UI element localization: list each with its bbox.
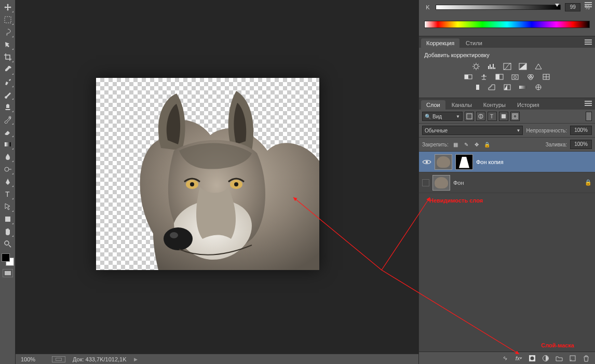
panel-menu-icon[interactable] <box>585 101 592 106</box>
layer-fx-icon[interactable]: fx▾ <box>514 354 523 363</box>
quick-mask-toggle[interactable] <box>3 269 13 277</box>
color-swatches[interactable] <box>2 253 14 266</box>
crop-tool[interactable] <box>2 51 14 63</box>
eraser-tool[interactable] <box>2 126 14 138</box>
invert-icon[interactable] <box>471 83 481 91</box>
tab-paths[interactable]: Контуры <box>478 100 511 110</box>
color-spectrum-bar[interactable] <box>424 21 590 28</box>
type-tool[interactable]: T <box>2 188 14 200</box>
filter-shape-icon[interactable] <box>499 112 508 121</box>
zoom-tool[interactable] <box>2 238 14 250</box>
new-adjustment-layer-icon[interactable] <box>541 354 550 363</box>
lock-image-icon[interactable]: ✎ <box>462 140 470 149</box>
visibility-toggle-icon[interactable] <box>422 179 429 186</box>
foreground-color-swatch[interactable] <box>2 253 10 262</box>
lasso-tool[interactable] <box>2 26 14 38</box>
levels-icon[interactable] <box>487 62 496 71</box>
eyedropper-tool[interactable] <box>2 64 14 75</box>
gradient-tool[interactable] <box>2 139 14 150</box>
selective-color-icon[interactable] <box>534 83 543 91</box>
add-mask-icon[interactable] <box>528 354 537 363</box>
blur-tool[interactable] <box>2 151 14 163</box>
filter-adjust-icon[interactable] <box>476 112 485 121</box>
tab-styles[interactable]: Стили <box>461 38 488 48</box>
tab-correction[interactable]: Коррекция <box>421 38 459 48</box>
svg-point-22 <box>513 76 516 78</box>
pen-tool[interactable] <box>2 176 14 187</box>
healing-brush-tool[interactable] <box>2 76 14 88</box>
layer-name[interactable]: Фон копия <box>476 159 592 165</box>
filter-toggle-switch[interactable] <box>586 112 592 121</box>
filter-type-icon[interactable]: T <box>488 112 497 121</box>
move-tool[interactable] <box>2 2 14 13</box>
photo-filter-icon[interactable] <box>510 73 520 81</box>
document-canvas[interactable] <box>96 78 319 270</box>
blend-mode-value: Обычные <box>425 128 448 133</box>
posterize-icon[interactable] <box>487 83 496 91</box>
filter-kind-select[interactable]: 🔍Вид ▼ <box>422 112 463 121</box>
blend-mode-select[interactable]: Обычные ▼ <box>422 126 523 135</box>
brush-tool[interactable] <box>2 89 14 100</box>
channel-mixer-icon[interactable] <box>526 73 535 81</box>
layer-mask-thumbnail[interactable] <box>455 154 473 170</box>
delete-layer-icon[interactable] <box>582 354 591 363</box>
opacity-value-field[interactable]: 100% <box>570 126 592 135</box>
svg-rect-2 <box>5 142 11 146</box>
path-select-tool[interactable] <box>2 201 14 212</box>
marquee-tool[interactable] <box>2 14 14 25</box>
lock-position-icon[interactable]: ✥ <box>472 140 481 149</box>
layer-row[interactable]: Фон 🔒 <box>419 172 595 193</box>
tab-history[interactable]: История <box>512 100 545 110</box>
svg-point-18 <box>483 75 484 76</box>
status-menu-chevron-icon[interactable]: ▶ <box>134 357 138 362</box>
layer-thumbnail[interactable] <box>435 154 452 170</box>
layer-name[interactable]: Фон <box>453 180 582 186</box>
dodge-tool[interactable] <box>2 164 14 175</box>
fill-value-field[interactable]: 100% <box>570 140 592 149</box>
color-balance-icon[interactable] <box>479 73 489 81</box>
exposure-icon[interactable] <box>518 62 528 71</box>
gradient-map-icon[interactable] <box>518 83 528 91</box>
lock-all-icon[interactable]: 🔒 <box>483 140 491 149</box>
link-layers-icon[interactable] <box>501 354 510 363</box>
k-channel-label: K <box>424 4 431 10</box>
filter-pixel-icon[interactable] <box>465 112 474 121</box>
threshold-icon[interactable] <box>503 83 512 91</box>
color-panel: K 99 % <box>419 0 595 36</box>
new-group-icon[interactable] <box>555 354 564 363</box>
svg-rect-17 <box>465 75 468 79</box>
svg-point-7 <box>164 227 193 250</box>
quick-select-tool[interactable] <box>2 39 14 50</box>
svg-rect-32 <box>467 114 472 119</box>
visibility-toggle-icon[interactable] <box>422 157 431 167</box>
shape-tool[interactable] <box>2 213 14 225</box>
tab-channels[interactable]: Каналы <box>447 100 477 110</box>
hand-tool[interactable] <box>2 226 14 237</box>
filter-smart-icon[interactable] <box>510 112 520 121</box>
vibrance-icon[interactable] <box>534 62 543 71</box>
history-brush-tool[interactable] <box>2 114 14 125</box>
layer-row[interactable]: Фон копия <box>419 152 595 172</box>
doc-size-preview-icon[interactable] <box>52 356 65 362</box>
black-white-icon[interactable] <box>495 73 504 81</box>
layer-thumbnail[interactable] <box>432 175 450 191</box>
k-slider[interactable] <box>436 5 561 10</box>
clone-stamp-tool[interactable] <box>2 101 14 113</box>
panel-menu-icon[interactable] <box>585 2 592 7</box>
slider-knob-icon[interactable] <box>555 4 559 7</box>
svg-point-12 <box>234 182 238 186</box>
brightness-contrast-icon[interactable] <box>471 62 481 71</box>
svg-point-38 <box>426 160 428 163</box>
panel-menu-icon[interactable] <box>585 39 592 45</box>
tab-layers[interactable]: Слои <box>421 100 445 110</box>
new-layer-icon[interactable] <box>568 354 577 363</box>
opacity-label: Непрозрачность: <box>526 128 567 133</box>
lock-transparent-icon[interactable]: ▦ <box>452 140 460 149</box>
zoom-level[interactable]: 100% <box>21 356 45 362</box>
k-value-field[interactable]: 99 <box>565 3 580 11</box>
right-panel-stack: K 99 % Коррекция Стили Добавить корректи… <box>418 0 595 364</box>
color-lookup-icon[interactable] <box>542 73 551 81</box>
hue-sat-icon[interactable] <box>464 73 473 81</box>
curves-icon[interactable] <box>503 62 512 71</box>
adjustment-icon-grid <box>419 61 595 72</box>
